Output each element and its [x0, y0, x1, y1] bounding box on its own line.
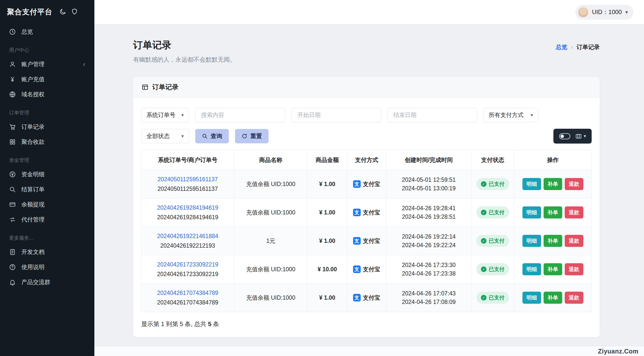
query-button[interactable]: 查询 [195, 129, 229, 143]
sidebar-item-account-management[interactable]: 账户管理‹ [0, 57, 94, 72]
filter-row-2: 全部状态▾ 查询 重置 [141, 129, 592, 144]
search-icon [202, 133, 208, 139]
doc-icon [9, 249, 16, 255]
reset-button[interactable]: 重置 [235, 129, 269, 143]
refund-button[interactable]: 退款 [565, 263, 583, 275]
detail-button[interactable]: 明细 [522, 235, 541, 247]
columns-dropdown-button[interactable]: ▾ [575, 133, 586, 140]
system-order-link[interactable]: 2024042619284194619 [144, 203, 231, 212]
breadcrumb-separator: › [571, 43, 573, 51]
sidebar-item-settlement-orders[interactable]: 结算订单 [0, 182, 94, 197]
status-badge: ✓ 已支付 [476, 263, 509, 275]
actions-cell: 明细 补单 退款 [514, 255, 592, 284]
table-row: 2024042619284194619 2024042619284194619 … [141, 198, 592, 227]
sidebar-item-label: 总览 [21, 28, 33, 36]
status-select[interactable]: 全部状态▾ [141, 129, 189, 143]
detail-button[interactable]: 明细 [522, 263, 541, 275]
card-header: 订单记录 [133, 77, 600, 98]
column-header: 支付方式 [347, 150, 386, 170]
chevron-down-icon: ▾ [531, 112, 533, 118]
system-order-link[interactable]: 2024042617074384789 [144, 289, 231, 297]
product-amount: ¥ 10.00 [308, 255, 347, 284]
coin-icon [9, 171, 16, 178]
sidebar-item-dev-docs[interactable]: 开发文档 [0, 244, 94, 259]
end-date-input[interactable] [388, 108, 477, 122]
pay-method: 支 支付宝 [353, 265, 380, 274]
avatar [578, 7, 588, 17]
breadcrumb-current: 订单记录 [577, 43, 600, 51]
breadcrumb-home-link[interactable]: 总览 [556, 43, 567, 51]
supplement-button[interactable]: 补单 [544, 206, 562, 218]
sidebar-item-payout-management[interactable]: 代付管理 [0, 212, 94, 227]
supplement-button[interactable]: 补单 [544, 292, 562, 304]
refund-button[interactable]: 退款 [565, 206, 583, 218]
topbar: UID：1000 ▾ [94, 0, 644, 24]
table-toolbar: ▾ [553, 129, 592, 144]
time-cell: 2024-04-26 17:07:43 2024-04-26 17:08:09 [386, 284, 471, 312]
alipay-icon: 支 [353, 180, 361, 188]
logo-row: 聚合支付平台 [0, 0, 94, 24]
supplement-button[interactable]: 补单 [544, 235, 562, 247]
card-view-toggle[interactable] [559, 133, 570, 139]
search-icon [9, 186, 16, 193]
sidebar-item-overview[interactable]: 总览 [0, 24, 94, 39]
sidebar-item-label: 余额提现 [21, 201, 45, 208]
status-cell: ✓ 已支付 [471, 227, 514, 255]
card-body: 系统订单号▾ 所有支付方式▾ 全部状态▾ [133, 98, 600, 337]
detail-button[interactable]: 明细 [522, 206, 541, 218]
column-header: 商品名称 [234, 150, 308, 170]
moon-icon[interactable] [59, 8, 66, 16]
sidebar-item-usage-guide[interactable]: 使用说明 [0, 259, 94, 275]
check-icon: ✓ [481, 210, 486, 215]
status-cell: ✓ 已支付 [471, 284, 514, 312]
search-input[interactable] [195, 108, 285, 122]
system-order-link[interactable]: 2024042619221461884 [144, 232, 231, 241]
system-order-link[interactable]: 2024050112595161137 [144, 175, 231, 184]
created-time: 2024-04-26 17:07:43 [389, 289, 468, 298]
refund-button[interactable]: 退款 [565, 178, 583, 190]
pay-method-cell: 支 支付宝 [347, 227, 386, 255]
sidebar-item-order-records[interactable]: 订单记录 [0, 119, 94, 134]
created-time: 2024-05-01 12:59:51 [389, 175, 468, 184]
sidebar-item-fund-details[interactable]: 资金明细 [0, 167, 94, 182]
shield-icon[interactable] [71, 8, 78, 16]
sidebar-item-account-recharge[interactable]: 账户充值 [0, 72, 94, 87]
check-icon: ✓ [481, 266, 486, 272]
main-area: UID：1000 ▾ 订单记录 有幽默感的人，永远都不会默默无闻。 总览 › 订… [94, 0, 644, 356]
column-header: 支付状态 [471, 150, 514, 170]
product-name: 充值余额 UID:1000 [234, 198, 308, 227]
sidebar-item-label: 账户充值 [21, 75, 45, 83]
detail-button[interactable]: 明细 [522, 178, 541, 190]
chevron-down-icon: ▾ [625, 9, 628, 15]
pay-method-cell: 支 支付宝 [347, 284, 386, 312]
supplement-button[interactable]: 补单 [544, 178, 562, 190]
sidebar-item-balance-withdrawal[interactable]: 余额提现 [0, 197, 94, 212]
start-date-input[interactable] [292, 108, 381, 122]
sidebar-item-domain-authorization[interactable]: 域名授权 [0, 87, 94, 102]
system-order-link[interactable]: 2024042617233092219 [144, 260, 231, 269]
globe-icon [9, 91, 16, 98]
sidebar-item-product-group[interactable]: 产品交流群 [0, 275, 94, 290]
status-cell: ✓ 已支付 [471, 170, 514, 198]
merchant-order-no: 2024042619284194619 [144, 213, 231, 222]
columns-icon [575, 133, 582, 140]
actions-cell: 明细 补单 退款 [514, 227, 592, 255]
pay-method: 支 支付宝 [353, 237, 380, 245]
pay-method-cell: 支 支付宝 [347, 255, 386, 284]
order-no-type-select[interactable]: 系统订单号▾ [141, 108, 189, 122]
sidebar-item-label: 代付管理 [21, 216, 45, 224]
refund-button[interactable]: 退款 [565, 292, 583, 304]
refund-button[interactable]: 退款 [565, 235, 583, 247]
sidebar-item-label: 使用说明 [21, 263, 45, 271]
alipay-icon: 支 [353, 294, 361, 301]
check-icon: ✓ [481, 295, 486, 300]
sidebar-section-label: 订单管理 [0, 102, 94, 119]
pay-method-select[interactable]: 所有支付方式▾ [483, 108, 538, 122]
sidebar-item-aggregate-collection[interactable]: 聚合收款 [0, 134, 94, 149]
user-menu[interactable]: UID：1000 ▾ [575, 5, 633, 20]
sidebar: 聚合支付平台 总览用户中心账户管理‹账户充值域名授权订单管理订单记录聚合收款资金… [0, 0, 94, 356]
finished-time: 2024-04-26 17:08:09 [389, 298, 468, 306]
detail-button[interactable]: 明细 [522, 292, 541, 304]
sidebar-section-label: 更多服务... [0, 227, 94, 244]
supplement-button[interactable]: 补单 [544, 263, 562, 275]
